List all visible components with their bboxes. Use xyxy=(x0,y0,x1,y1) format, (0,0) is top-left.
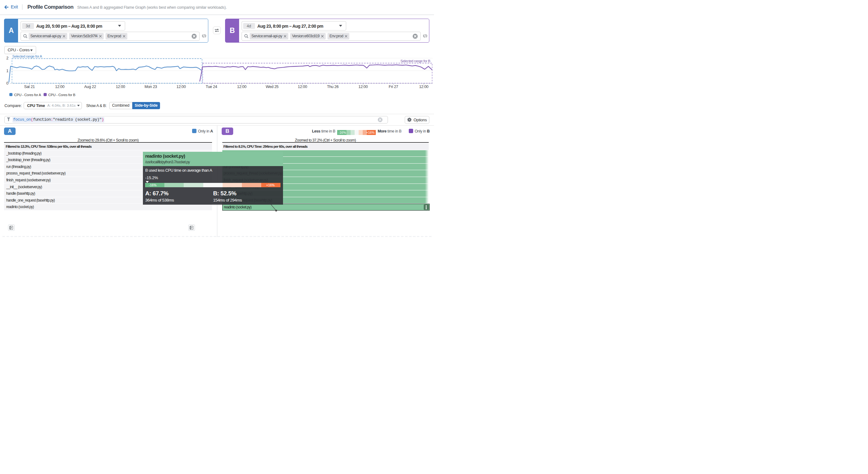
svg-text:12:00: 12:00 xyxy=(177,84,186,89)
svg-text:Selected range for B: Selected range for B xyxy=(400,59,431,63)
svg-text:Thu 26: Thu 26 xyxy=(327,84,338,89)
svg-text:Selected range for A: Selected range for A xyxy=(12,55,42,58)
svg-text:12:00: 12:00 xyxy=(116,84,125,89)
svg-text:12:00: 12:00 xyxy=(237,84,247,89)
svg-text:0: 0 xyxy=(6,81,8,86)
svg-text:Tue 24: Tue 24 xyxy=(206,84,217,89)
svg-text:1: 1 xyxy=(6,69,8,73)
svg-text:Aug 22: Aug 22 xyxy=(84,84,96,89)
svg-text:Fri 27: Fri 27 xyxy=(389,84,399,89)
svg-text:12:00: 12:00 xyxy=(358,84,368,89)
svg-text:Mon 23: Mon 23 xyxy=(145,84,157,89)
svg-text:12:00: 12:00 xyxy=(55,84,64,89)
svg-text:Wed 25: Wed 25 xyxy=(266,84,278,89)
svg-text:12:00: 12:00 xyxy=(298,84,307,89)
svg-text:12:00: 12:00 xyxy=(419,84,428,89)
svg-text:Sat 21: Sat 21 xyxy=(24,84,35,89)
svg-text:2: 2 xyxy=(6,56,8,60)
